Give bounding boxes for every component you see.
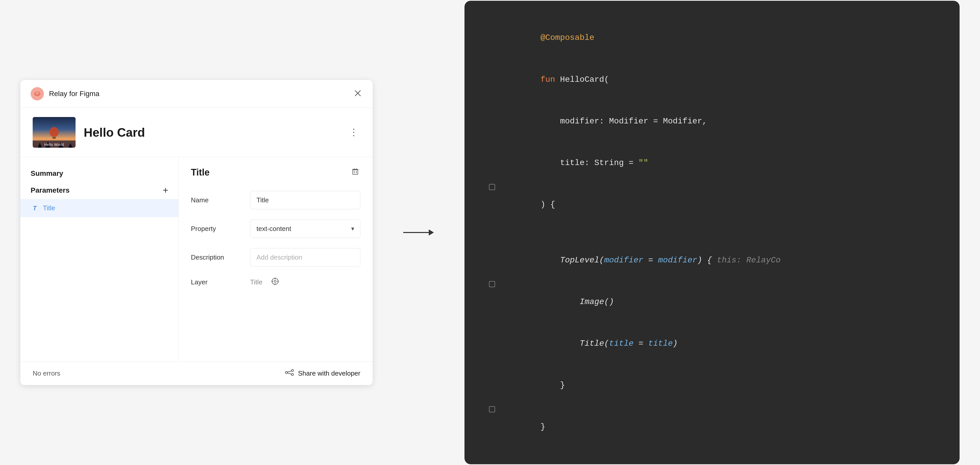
gutter-dot-5 (489, 184, 495, 190)
inner-close: } (541, 380, 565, 390)
title-param: title (609, 339, 633, 348)
share-label: Share with developer (298, 369, 360, 377)
svg-line-29 (287, 373, 291, 374)
name-row: Name (191, 191, 360, 209)
close-button[interactable] (353, 89, 363, 99)
delete-button[interactable] (350, 166, 360, 179)
share-icon-svg (285, 369, 294, 376)
toplevel-call (541, 256, 560, 265)
svg-point-20 (274, 280, 276, 282)
code-text-6 (501, 225, 941, 240)
more-icon: ⋮ (349, 127, 358, 137)
string-empty: "" (638, 158, 648, 168)
summary-tab[interactable]: Summary (21, 165, 178, 182)
svg-point-26 (291, 369, 293, 371)
parameter-item[interactable]: T Title (21, 199, 178, 217)
svg-rect-13 (353, 170, 358, 174)
no-errors-label: No errors (33, 369, 60, 377)
property-label: Property (191, 225, 242, 233)
left-sidebar: Summary Parameters + T Title (21, 157, 179, 361)
title-val: title (648, 339, 673, 348)
close-icon (354, 89, 361, 97)
svg-line-28 (287, 371, 291, 372)
panel-header: Relay for Figma (21, 80, 372, 108)
code-text-3: modifier: Modifier = Modifier, (501, 101, 941, 142)
code-text-5: ) { (501, 184, 941, 225)
parameters-header: Parameters + (21, 182, 178, 199)
component-header-left: Hello World Hello Card (33, 117, 145, 148)
main-container: Relay for Figma (21, 1, 959, 464)
code-line-7: TopLevel(modifier = modifier) { this: Re… (483, 240, 941, 281)
toplevel-func: TopLevel (560, 256, 599, 265)
share-button[interactable]: Share with developer (285, 369, 360, 378)
component-thumbnail: Hello World (33, 117, 76, 148)
crosshair-icon (270, 277, 280, 286)
code-line-9: Title(title = title) (483, 323, 941, 364)
more-options-button[interactable]: ⋮ (347, 126, 360, 139)
this-relay: this: RelayCo (717, 256, 781, 265)
code-panel: @Composable fun HelloCard( modifier: Mod… (465, 1, 959, 464)
eq1: = (643, 256, 658, 265)
description-input[interactable] (250, 248, 360, 267)
delete-icon (351, 167, 360, 176)
closing-paren: ) { (541, 200, 555, 209)
layer-row: Layer Title (191, 277, 360, 288)
panel-body: Summary Parameters + T Title Title (21, 157, 372, 361)
right-content: Title Name (179, 157, 372, 361)
layer-value: Title (250, 278, 262, 286)
function-name: HelloCard( (560, 75, 609, 84)
svg-point-4 (49, 127, 59, 137)
thumbnail-balloon (46, 126, 62, 141)
plugin-panel: Relay for Figma (21, 80, 372, 385)
modifier-val: modifier (658, 256, 697, 265)
code-text-7: TopLevel(modifier = modifier) { this: Re… (501, 240, 941, 281)
param-detail-title: Title (191, 167, 210, 178)
toplevel-close: ) { (697, 256, 717, 265)
svg-point-25 (285, 371, 287, 374)
code-line-5: ) { (483, 184, 941, 225)
component-name: Hello Card (84, 125, 145, 139)
code-text-4: title: String = "" (501, 142, 941, 184)
param-type-icon: T (30, 205, 39, 212)
code-text-9: Title(title = title) (501, 323, 941, 364)
image-call: Image() (541, 297, 614, 307)
component-header: Hello World Hello Card ⋮ (21, 108, 372, 157)
eq2: = (633, 339, 648, 348)
gutter-8 (483, 281, 495, 287)
property-select-wrapper: text-content visibility image ▾ (250, 219, 360, 238)
code-line-8: Image() (483, 281, 941, 323)
code-line-1: @Composable (483, 17, 941, 59)
param-title: title: String = (541, 158, 638, 168)
title-call: Title( (541, 339, 609, 348)
arrow-icon (403, 227, 434, 238)
svg-point-1 (35, 92, 39, 94)
param-name: Title (43, 204, 55, 212)
panel-footer: No errors Share with developer (21, 361, 372, 385)
layer-target-button[interactable] (270, 277, 280, 288)
gutter-5 (483, 184, 495, 190)
code-line-4: title: String = "" (483, 142, 941, 184)
code-text-8: Image() (501, 281, 941, 323)
title-close: ) (673, 339, 678, 348)
param-detail-header: Title (191, 166, 360, 179)
property-row: Property text-content visibility image ▾ (191, 219, 360, 238)
code-line-11: } (483, 406, 941, 448)
code-text-1: @Composable (501, 17, 941, 59)
share-icon (285, 369, 294, 378)
code-line-10: } (483, 364, 941, 406)
code-line-3: modifier: Modifier = Modifier, (483, 101, 941, 142)
gutter-dot-11 (489, 406, 495, 412)
code-text-2: fun HelloCard( (501, 59, 941, 101)
toplevel-args: ( (599, 256, 604, 265)
add-parameter-button[interactable]: + (163, 186, 168, 195)
panel-header-left: Relay for Figma (30, 87, 100, 101)
relay-logo (30, 87, 44, 101)
property-select[interactable]: text-content visibility image (250, 219, 360, 238)
arrow-container (403, 227, 434, 238)
code-line-6 (483, 225, 941, 240)
name-input[interactable] (250, 191, 360, 209)
svg-point-27 (291, 374, 293, 376)
description-label: Description (191, 254, 242, 261)
layer-label: Layer (191, 278, 242, 286)
relay-logo-icon (33, 90, 41, 97)
